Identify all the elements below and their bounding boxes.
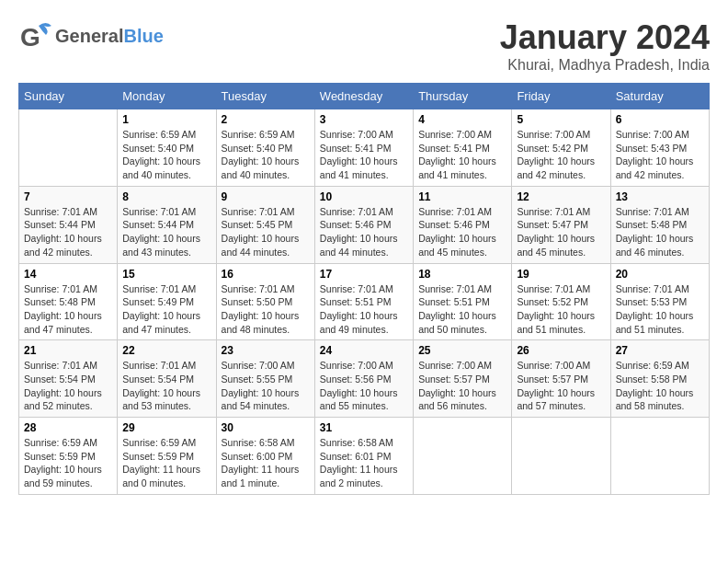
day-number: 12	[517, 190, 605, 203]
day-info: Sunrise: 7:00 AM Sunset: 5:42 PM Dayligh…	[517, 128, 605, 182]
calendar-cell: 3Sunrise: 7:00 AM Sunset: 5:41 PM Daylig…	[314, 109, 413, 187]
day-number: 26	[517, 344, 605, 357]
day-number: 30	[222, 421, 310, 434]
day-info: Sunrise: 7:00 AM Sunset: 5:56 PM Dayligh…	[320, 359, 408, 413]
day-number: 27	[616, 344, 704, 357]
calendar-cell: 16Sunrise: 7:01 AM Sunset: 5:50 PM Dayli…	[216, 263, 314, 340]
day-number: 9	[222, 190, 310, 203]
calendar-cell: 15Sunrise: 7:01 AM Sunset: 5:49 PM Dayli…	[118, 263, 216, 340]
day-number: 24	[320, 344, 408, 357]
day-number: 7	[24, 190, 112, 203]
calendar-cell: 25Sunrise: 7:00 AM Sunset: 5:57 PM Dayli…	[414, 340, 512, 418]
location-text: Khurai, Madhya Pradesh, India	[500, 57, 710, 74]
day-info: Sunrise: 6:58 AM Sunset: 6:01 PM Dayligh…	[320, 436, 408, 490]
calendar-cell	[19, 109, 118, 187]
calendar-cell: 2Sunrise: 6:59 AM Sunset: 5:40 PM Daylig…	[216, 109, 314, 187]
day-info: Sunrise: 7:01 AM Sunset: 5:46 PM Dayligh…	[320, 205, 408, 259]
day-number: 10	[320, 190, 408, 203]
day-number: 11	[418, 190, 506, 203]
calendar-cell: 10Sunrise: 7:01 AM Sunset: 5:46 PM Dayli…	[314, 186, 413, 263]
calendar-cell: 19Sunrise: 7:01 AM Sunset: 5:52 PM Dayli…	[512, 263, 610, 340]
day-info: Sunrise: 7:01 AM Sunset: 5:44 PM Dayligh…	[122, 205, 210, 259]
day-number: 15	[122, 268, 210, 281]
calendar-cell: 14Sunrise: 7:01 AM Sunset: 5:48 PM Dayli…	[19, 263, 118, 340]
day-info: Sunrise: 7:01 AM Sunset: 5:47 PM Dayligh…	[517, 205, 605, 259]
day-info: Sunrise: 6:59 AM Sunset: 5:40 PM Dayligh…	[222, 128, 310, 182]
calendar-cell: 26Sunrise: 7:00 AM Sunset: 5:57 PM Dayli…	[512, 340, 610, 418]
calendar-header-row: Sunday Monday Tuesday Wednesday Thursday…	[19, 84, 710, 109]
day-info: Sunrise: 6:59 AM Sunset: 5:58 PM Dayligh…	[616, 359, 704, 413]
day-info: Sunrise: 7:01 AM Sunset: 5:49 PM Dayligh…	[122, 282, 210, 337]
day-info: Sunrise: 7:00 AM Sunset: 5:41 PM Dayligh…	[418, 128, 506, 182]
svg-text:G: G	[20, 23, 40, 52]
day-info: Sunrise: 7:01 AM Sunset: 5:54 PM Dayligh…	[24, 359, 112, 413]
col-sunday: Sunday	[19, 84, 118, 109]
day-info: Sunrise: 7:01 AM Sunset: 5:48 PM Dayligh…	[24, 282, 112, 337]
day-number: 17	[320, 268, 408, 281]
col-thursday: Thursday	[414, 84, 512, 109]
day-number: 14	[24, 268, 112, 281]
calendar-cell: 23Sunrise: 7:00 AM Sunset: 5:55 PM Dayli…	[216, 340, 314, 418]
day-number: 28	[24, 421, 112, 434]
day-info: Sunrise: 7:00 AM Sunset: 5:41 PM Dayligh…	[320, 128, 408, 182]
calendar-cell: 7Sunrise: 7:01 AM Sunset: 5:44 PM Daylig…	[19, 186, 118, 263]
day-number: 1	[122, 113, 210, 126]
calendar-cell: 1Sunrise: 6:59 AM Sunset: 5:40 PM Daylig…	[118, 109, 216, 187]
calendar-cell: 12Sunrise: 7:01 AM Sunset: 5:47 PM Dayli…	[512, 186, 610, 263]
calendar-cell: 17Sunrise: 7:01 AM Sunset: 5:51 PM Dayli…	[314, 263, 413, 340]
day-info: Sunrise: 7:01 AM Sunset: 5:52 PM Dayligh…	[517, 282, 605, 337]
day-number: 8	[122, 190, 210, 203]
day-number: 13	[616, 190, 704, 203]
logo-blue-text: Blue	[123, 26, 163, 47]
calendar-cell: 24Sunrise: 7:00 AM Sunset: 5:56 PM Dayli…	[314, 340, 413, 418]
day-info: Sunrise: 7:01 AM Sunset: 5:45 PM Dayligh…	[222, 205, 310, 259]
calendar-cell: 9Sunrise: 7:01 AM Sunset: 5:45 PM Daylig…	[216, 186, 314, 263]
day-number: 18	[418, 268, 506, 281]
calendar-cell	[610, 418, 709, 495]
title-section: January 2024 Khurai, Madhya Pradesh, Ind…	[500, 18, 710, 74]
calendar-cell: 31Sunrise: 6:58 AM Sunset: 6:01 PM Dayli…	[314, 418, 413, 495]
day-number: 5	[517, 113, 605, 126]
day-info: Sunrise: 7:01 AM Sunset: 5:50 PM Dayligh…	[222, 282, 310, 337]
day-info: Sunrise: 7:01 AM Sunset: 5:51 PM Dayligh…	[418, 282, 506, 337]
calendar-cell: 13Sunrise: 7:01 AM Sunset: 5:48 PM Dayli…	[610, 186, 709, 263]
calendar-cell: 18Sunrise: 7:01 AM Sunset: 5:51 PM Dayli…	[414, 263, 512, 340]
day-number: 25	[418, 344, 506, 357]
calendar-cell: 30Sunrise: 6:58 AM Sunset: 6:00 PM Dayli…	[216, 418, 314, 495]
col-tuesday: Tuesday	[216, 84, 314, 109]
calendar-week-row: 7Sunrise: 7:01 AM Sunset: 5:44 PM Daylig…	[19, 186, 710, 263]
day-number: 2	[222, 113, 310, 126]
day-info: Sunrise: 6:59 AM Sunset: 5:59 PM Dayligh…	[122, 436, 210, 490]
calendar-cell: 11Sunrise: 7:01 AM Sunset: 5:46 PM Dayli…	[414, 186, 512, 263]
calendar-cell: 21Sunrise: 7:01 AM Sunset: 5:54 PM Dayli…	[19, 340, 118, 418]
day-info: Sunrise: 7:00 AM Sunset: 5:55 PM Dayligh…	[222, 359, 310, 413]
calendar-cell: 22Sunrise: 7:01 AM Sunset: 5:54 PM Dayli…	[118, 340, 216, 418]
day-info: Sunrise: 7:00 AM Sunset: 5:57 PM Dayligh…	[418, 359, 506, 413]
logo: G GeneralBlue	[18, 18, 164, 53]
day-number: 21	[24, 344, 112, 357]
day-number: 16	[222, 268, 310, 281]
calendar-week-row: 1Sunrise: 6:59 AM Sunset: 5:40 PM Daylig…	[19, 109, 710, 187]
col-monday: Monday	[118, 84, 216, 109]
page-header: G GeneralBlue January 2024 Khurai, Madhy…	[18, 18, 710, 74]
day-info: Sunrise: 7:01 AM Sunset: 5:53 PM Dayligh…	[616, 282, 704, 337]
calendar-table: Sunday Monday Tuesday Wednesday Thursday…	[18, 83, 710, 495]
day-info: Sunrise: 7:01 AM Sunset: 5:54 PM Dayligh…	[122, 359, 210, 413]
day-info: Sunrise: 6:59 AM Sunset: 5:59 PM Dayligh…	[24, 436, 112, 490]
day-info: Sunrise: 7:00 AM Sunset: 5:43 PM Dayligh…	[616, 128, 704, 182]
day-info: Sunrise: 6:59 AM Sunset: 5:40 PM Dayligh…	[122, 128, 210, 182]
calendar-week-row: 14Sunrise: 7:01 AM Sunset: 5:48 PM Dayli…	[19, 263, 710, 340]
day-number: 23	[222, 344, 310, 357]
calendar-cell: 20Sunrise: 7:01 AM Sunset: 5:53 PM Dayli…	[610, 263, 709, 340]
calendar-week-row: 28Sunrise: 6:59 AM Sunset: 5:59 PM Dayli…	[19, 418, 710, 495]
calendar-cell: 6Sunrise: 7:00 AM Sunset: 5:43 PM Daylig…	[610, 109, 709, 187]
col-wednesday: Wednesday	[314, 84, 413, 109]
calendar-cell	[414, 418, 512, 495]
day-number: 31	[320, 421, 408, 434]
col-saturday: Saturday	[610, 84, 709, 109]
calendar-cell: 8Sunrise: 7:01 AM Sunset: 5:44 PM Daylig…	[118, 186, 216, 263]
calendar-cell: 28Sunrise: 6:59 AM Sunset: 5:59 PM Dayli…	[19, 418, 118, 495]
day-info: Sunrise: 7:01 AM Sunset: 5:46 PM Dayligh…	[418, 205, 506, 259]
calendar-cell: 27Sunrise: 6:59 AM Sunset: 5:58 PM Dayli…	[610, 340, 709, 418]
day-number: 22	[122, 344, 210, 357]
